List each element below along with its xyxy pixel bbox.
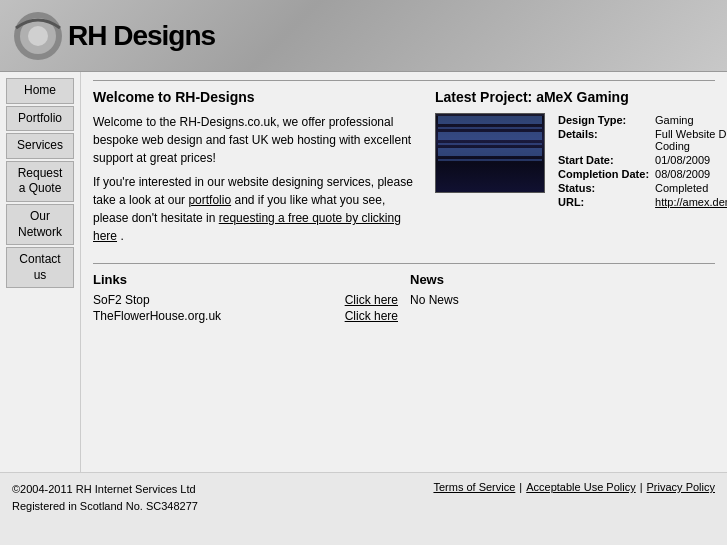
nav-services[interactable]: Services <box>6 133 74 159</box>
url-value: http://amex.demobase.eu <box>652 195 727 209</box>
main-layout: Home Portfolio Services Request a Quote … <box>0 72 727 472</box>
news-content: No News <box>410 293 715 307</box>
welcome-period: . <box>120 229 123 243</box>
url-label: URL: <box>555 195 652 209</box>
welcome-paragraph2: If you're interested in our website desi… <box>93 173 419 245</box>
detail-row-completion-date: Completion Date: 08/08/2009 <box>555 167 727 181</box>
detail-row-details: Details: Full Website Design & Coding <box>555 127 727 153</box>
screenshot-line-1 <box>438 116 542 124</box>
project-screenshot-inner <box>436 116 544 193</box>
footer-sep-1: | <box>519 481 522 493</box>
bottom-section: Links SoF2 Stop Click here TheFlowerHous… <box>93 263 715 325</box>
nav-portfolio[interactable]: Portfolio <box>6 106 74 132</box>
nav-contact[interactable]: Contact us <box>6 247 74 288</box>
design-type-label: Design Type: <box>555 113 652 127</box>
footer-registered: Registered in Scotland No. SC348277 <box>12 498 198 515</box>
logo-text: RH Designs <box>68 20 215 52</box>
welcome-heading: Welcome to RH-Designs <box>93 89 419 105</box>
link-name-1: SoF2 Stop <box>93 293 150 307</box>
project-details: Design Type: Gaming Details: Full Websit… <box>555 113 727 209</box>
news-section: News No News <box>398 272 715 325</box>
welcome-section: Welcome to RH-Designs Welcome to the RH-… <box>93 89 419 251</box>
detail-row-status: Status: Completed <box>555 181 727 195</box>
link-click-2[interactable]: Click here <box>345 309 398 323</box>
link-row-2: TheFlowerHouse.org.uk Click here <box>93 309 398 323</box>
nav-our-network[interactable]: Our Network <box>6 204 74 245</box>
svg-point-2 <box>28 26 48 46</box>
sidebar: Home Portfolio Services Request a Quote … <box>0 72 80 472</box>
nav-home[interactable]: Home <box>6 78 74 104</box>
status-label: Status: <box>555 181 652 195</box>
content-top: Welcome to RH-Designs Welcome to the RH-… <box>93 89 715 251</box>
privacy-link[interactable]: Privacy Policy <box>647 481 715 493</box>
project-inner: Design Type: Gaming Details: Full Websit… <box>435 113 715 209</box>
logo-container: RH Designs <box>12 10 215 62</box>
completion-date-label: Completion Date: <box>555 167 652 181</box>
welcome-paragraph1: Welcome to the RH-Designs.co.uk, we offe… <box>93 113 419 167</box>
footer-copyright: ©2004-2011 RH Internet Services Ltd <box>12 481 198 498</box>
footer: ©2004-2011 RH Internet Services Ltd Regi… <box>0 472 727 522</box>
footer-sep-2: | <box>640 481 643 493</box>
detail-row-start-date: Start Date: 01/08/2009 <box>555 153 727 167</box>
policy-link[interactable]: Acceptable Use Policy <box>526 481 635 493</box>
nav-request-quote[interactable]: Request a Quote <box>6 161 74 202</box>
start-date-value: 01/08/2009 <box>652 153 727 167</box>
links-section: Links SoF2 Stop Click here TheFlowerHous… <box>93 272 398 325</box>
completion-date-value: 08/08/2009 <box>652 167 727 181</box>
screenshot-line-4 <box>438 143 542 145</box>
project-url-link[interactable]: http://amex.demobase.eu <box>655 196 727 208</box>
links-heading: Links <box>93 272 398 287</box>
link-click-1[interactable]: Click here <box>345 293 398 307</box>
terms-link[interactable]: Terms of Service <box>433 481 515 493</box>
details-label: Details: <box>555 127 652 153</box>
detail-row-design-type: Design Type: Gaming <box>555 113 727 127</box>
screenshot-line-3 <box>438 132 542 140</box>
page-wrapper: RH Designs Home Portfolio Services Reque… <box>0 0 727 545</box>
link-row-1: SoF2 Stop Click here <box>93 293 398 307</box>
latest-project-heading: Latest Project: aMeX Gaming <box>435 89 715 105</box>
detail-row-url: URL: http://amex.demobase.eu <box>555 195 727 209</box>
project-screenshot <box>435 113 545 193</box>
design-type-value: Gaming <box>652 113 727 127</box>
screenshot-line-6 <box>438 159 542 161</box>
footer-left: ©2004-2011 RH Internet Services Ltd Regi… <box>12 481 198 514</box>
status-value: Completed <box>652 181 727 195</box>
content-area: Welcome to RH-Designs Welcome to the RH-… <box>80 72 727 472</box>
header: RH Designs <box>0 0 727 72</box>
footer-right: Terms of Service | Acceptable Use Policy… <box>433 481 715 493</box>
content-divider <box>93 80 715 81</box>
project-details-table: Design Type: Gaming Details: Full Websit… <box>555 113 727 209</box>
news-heading: News <box>410 272 715 287</box>
logo-icon <box>12 10 64 62</box>
start-date-label: Start Date: <box>555 153 652 167</box>
screenshot-line-5 <box>438 148 542 156</box>
link-name-2: TheFlowerHouse.org.uk <box>93 309 221 323</box>
portfolio-link[interactable]: portfolio <box>188 193 231 207</box>
screenshot-line-2 <box>438 127 542 129</box>
latest-project-section: Latest Project: aMeX Gaming <box>435 89 715 251</box>
details-value: Full Website Design & Coding <box>652 127 727 153</box>
